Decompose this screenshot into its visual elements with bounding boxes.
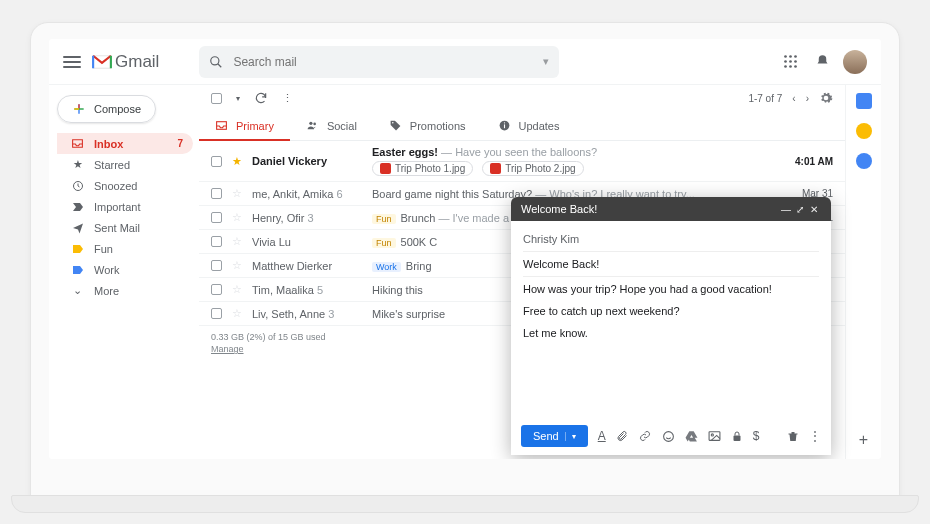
svg-point-3 [794, 55, 797, 58]
star-icon[interactable]: ☆ [232, 235, 242, 248]
link-icon[interactable] [638, 430, 652, 442]
format-icon[interactable]: A [598, 429, 606, 443]
tag-icon [389, 119, 402, 132]
star-icon[interactable]: ☆ [232, 187, 242, 200]
image-icon [490, 163, 501, 174]
nav-inbox[interactable]: Inbox7 [57, 133, 193, 154]
settings-icon[interactable] [819, 91, 833, 105]
star-icon[interactable]: ★ [232, 155, 242, 168]
svg-point-6 [794, 60, 797, 63]
svg-point-4 [784, 60, 787, 63]
account-avatar[interactable] [843, 50, 867, 74]
more-icon[interactable]: ⋮ [282, 92, 294, 105]
minimize-icon[interactable]: — [779, 204, 793, 215]
star-icon[interactable]: ☆ [232, 283, 242, 296]
select-all-checkbox[interactable] [211, 93, 222, 104]
nav-work[interactable]: Work [57, 259, 193, 280]
more-options-icon[interactable]: ⋮ [809, 429, 821, 443]
nav-more[interactable]: ⌄More [57, 280, 193, 301]
email-subject: Board game night this Saturday? [372, 188, 532, 200]
compose-subject[interactable]: Welcome Back! [523, 254, 819, 277]
close-icon[interactable]: ✕ [807, 204, 821, 215]
star-icon[interactable]: ☆ [232, 307, 242, 320]
gmail-logo[interactable]: Gmail [91, 52, 159, 72]
next-page-icon[interactable]: › [806, 93, 809, 104]
compose-to[interactable]: Christy Kim [523, 229, 819, 252]
addons-sidebar: + [845, 85, 881, 459]
svg-point-5 [789, 60, 792, 63]
money-icon[interactable]: $ [753, 429, 760, 443]
star-icon[interactable]: ☆ [232, 211, 242, 224]
apps-icon[interactable] [779, 51, 801, 73]
attach-icon[interactable] [616, 429, 628, 443]
refresh-icon[interactable] [254, 91, 268, 105]
search-icon [209, 55, 223, 69]
notifications-icon[interactable] [811, 51, 833, 73]
important-icon [71, 200, 84, 213]
row-checkbox[interactable] [211, 236, 222, 247]
keep-addon-icon[interactable] [856, 123, 872, 139]
emoji-icon[interactable] [662, 430, 675, 443]
lock-timer-icon[interactable] [731, 430, 743, 443]
search-input[interactable] [233, 55, 533, 69]
email-from: Daniel Vickery [252, 155, 362, 167]
tasks-addon-icon[interactable] [856, 153, 872, 169]
row-checkbox[interactable] [211, 156, 222, 167]
calendar-addon-icon[interactable] [856, 93, 872, 109]
add-addon-icon[interactable]: + [859, 431, 868, 459]
people-icon [306, 119, 319, 132]
image-icon [380, 163, 391, 174]
search-options-icon[interactable]: ▾ [543, 55, 549, 68]
send-button[interactable]: Send▾ [521, 425, 588, 447]
email-from: Henry, Ofir 3 [252, 212, 362, 224]
email-from: Vivia Lu [252, 236, 362, 248]
email-from: Tim, Maalika 5 [252, 284, 362, 296]
send-options-icon[interactable]: ▾ [565, 432, 576, 441]
drive-icon[interactable] [685, 430, 698, 442]
svg-point-7 [784, 65, 787, 68]
row-checkbox[interactable] [211, 284, 222, 295]
sidebar: Compose Inbox7 ★Starred Snoozed Importan… [49, 85, 199, 459]
compose-titlebar[interactable]: Welcome Back! — ⤢ ✕ [511, 197, 831, 221]
tab-updates[interactable]: Updates [482, 111, 576, 140]
row-checkbox[interactable] [211, 212, 222, 223]
select-dropdown-icon[interactable]: ▾ [236, 94, 240, 103]
email-from: Matthew Dierker [252, 260, 362, 272]
app-header: Gmail ▾ [49, 39, 881, 85]
fullscreen-icon[interactable]: ⤢ [793, 204, 807, 215]
nav-snoozed[interactable]: Snoozed [57, 175, 193, 196]
discard-icon[interactable] [787, 430, 799, 443]
label-badge: Fun [372, 238, 396, 248]
star-icon: ★ [71, 158, 84, 171]
attachment-chip[interactable]: Trip Photo 1.jpg [372, 161, 473, 176]
svg-point-8 [789, 65, 792, 68]
tab-social[interactable]: Social [290, 111, 373, 140]
compose-body[interactable]: How was your trip? Hope you had a good v… [523, 283, 819, 409]
nav-important[interactable]: Important [57, 196, 193, 217]
email-from: Liv, Seth, Anne 3 [252, 308, 362, 320]
star-icon[interactable]: ☆ [232, 259, 242, 272]
send-icon [71, 221, 84, 234]
tab-primary[interactable]: Primary [199, 111, 290, 140]
nav-fun[interactable]: Fun [57, 238, 193, 259]
manage-storage-link[interactable]: Manage [211, 344, 244, 354]
main-menu-icon[interactable] [63, 53, 81, 71]
inbox-icon [71, 137, 84, 150]
compose-title: Welcome Back! [521, 203, 597, 215]
nav-sent[interactable]: Sent Mail [57, 217, 193, 238]
svg-rect-19 [709, 432, 720, 441]
row-checkbox[interactable] [211, 260, 222, 271]
compose-button[interactable]: Compose [57, 95, 156, 123]
photo-icon[interactable] [708, 430, 721, 442]
svg-point-20 [711, 434, 713, 436]
search-bar[interactable]: ▾ [199, 46, 559, 78]
tab-promotions[interactable]: Promotions [373, 111, 482, 140]
laptop-base [11, 495, 919, 513]
row-checkbox[interactable] [211, 188, 222, 199]
nav-starred[interactable]: ★Starred [57, 154, 193, 175]
email-row[interactable]: ★ Daniel Vickery Easter eggs! — Have you… [199, 141, 845, 182]
chevron-down-icon: ⌄ [71, 284, 84, 297]
attachment-chip[interactable]: Trip Photo 2.jpg [482, 161, 583, 176]
prev-page-icon[interactable]: ‹ [792, 93, 795, 104]
row-checkbox[interactable] [211, 308, 222, 319]
